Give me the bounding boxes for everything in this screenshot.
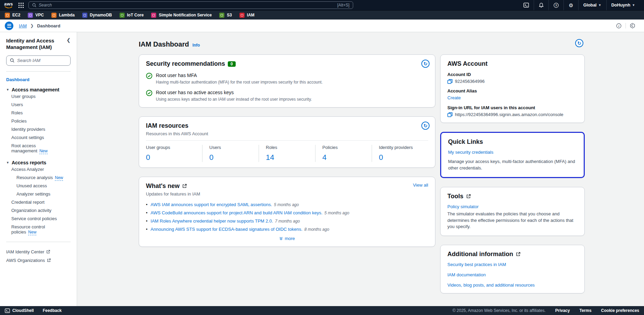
footer-feedback-button[interactable]: Feedback [43,308,62,313]
create-alias-link[interactable]: Create [447,95,461,100]
favorite-sns[interactable]: Simple Notification Service [151,13,212,18]
footer-cloudshell-button[interactable]: CloudShell [5,308,34,313]
stat-policies: Policies 4 [315,145,372,162]
stat-identity-providers-value[interactable]: 0 [379,153,428,162]
sidebar-item-root-access-management[interactable]: Root access managementNew [6,142,71,155]
sidebar-item-credential-report[interactable]: Credential report [6,198,71,206]
search-icon [10,58,14,63]
aws-account-card: AWS Account Account ID 922456364996 Acco… [440,54,585,123]
favorite-dynamodb[interactable]: DynamoDB [82,13,112,18]
settings-gear-icon[interactable]: ⚙ [564,0,578,10]
notifications-bell-icon[interactable] [534,0,548,10]
sidebar-item-account-settings[interactable]: Account settings [6,134,71,142]
favorite-lambda[interactable]: Lambda [51,13,75,18]
help-icon[interactable]: ? [548,0,564,10]
security-best-practices-link[interactable]: Security best practices in IAM [447,262,578,267]
news-link[interactable]: AWS IAM announces support for encrypted … [151,202,272,207]
cloudshell-terminal-icon [5,308,10,313]
quick-links-desc: Manage your access keys, multi-factor au… [448,159,577,172]
services-grid-icon[interactable] [18,3,24,8]
footer-terms-link[interactable]: Terms [579,308,591,313]
view-all-link[interactable]: View all [413,182,428,188]
stat-user-groups: User groups 0 [146,145,202,162]
sidebar-item-policies[interactable]: Policies [6,117,71,125]
whats-new-subtitle: Updates for features in IAM [146,191,428,197]
new-badge: New [55,175,63,181]
account-menu[interactable]: DoHuynh ▼ [606,0,640,10]
sidebar-search-placeholder: Search IAM [17,58,40,63]
aws-logo[interactable]: aws [4,2,13,9]
stat-user-groups-value[interactable]: 0 [146,153,202,162]
sidebar-item-users[interactable]: Users [6,101,71,109]
sidebar-item-user-groups[interactable]: User groups [6,92,71,101]
stat-roles-value[interactable]: 14 [266,153,315,162]
bullet-icon: • [146,202,148,207]
global-search-input[interactable]: Search [Alt+S] [28,1,353,9]
news-link[interactable]: Announcing AWS STS support for ECDSA-bas… [151,227,302,232]
footer-privacy-link[interactable]: Privacy [555,308,570,313]
favorite-ec2[interactable]: EC2 [5,13,20,18]
my-security-credentials-link[interactable]: My security credentials [448,150,493,155]
region-selector[interactable]: Global ▼ [578,0,606,10]
sidebar-item-service-control-policies[interactable]: Service control policies [6,215,71,223]
info-icon[interactable]: i [612,23,626,28]
console-footer: CloudShell Feedback © 2025, Amazon Web S… [0,306,644,315]
breadcrumb-bar: IAM ❯ Dashboard i [0,20,644,32]
chevron-down-icon: ▼ [598,3,602,7]
hamburger-menu-icon[interactable] [5,22,13,30]
favorite-iot-core[interactable]: IoT Core [120,13,144,18]
info-link[interactable]: Info [193,43,200,48]
recommendation-root-mfa: Root user has MFA Having multi-factor au… [146,73,428,85]
sidebar-item-identity-providers[interactable]: Identity providers [6,125,71,134]
more-link[interactable]: more [146,236,428,241]
top-navigation-bar: aws Search [Alt+S] ? ⚙ [0,0,644,10]
check-circle-icon [146,73,152,79]
favorite-s3[interactable]: S3 [219,13,232,18]
favorite-iam[interactable]: IAM [239,13,255,18]
security-refresh-button[interactable]: ↻ [421,60,430,68]
sidebar-item-resource-analysis[interactable]: Resource analysisNew [6,174,71,182]
whats-new-title: What's new [146,182,179,190]
side-panel-hexagon-icon[interactable] [626,23,639,28]
sidebar-item-resource-control-policies[interactable]: Resource control policiesNew [6,223,71,236]
signin-url-value: https://922456364996.signin.aws.amazon.c… [455,112,564,117]
sidebar-item-organization-activity[interactable]: Organization activity [6,206,71,215]
footer-cookie-preferences-link[interactable]: Cookie preferences [601,308,639,313]
resources-refresh-button[interactable]: ↻ [421,122,430,130]
sidebar-item-dashboard[interactable]: Dashboard [6,77,71,82]
sidebar-search-input[interactable]: Search IAM [6,55,71,66]
breadcrumb-current: Dashboard [37,23,60,28]
news-item: • Announcing AWS STS support for ECDSA-b… [146,227,428,232]
iam-documentation-link[interactable]: IAM documentation [447,272,578,277]
cloudshell-terminal-icon[interactable] [519,0,534,10]
stat-policies-value[interactable]: 4 [322,153,372,162]
sidebar-item-roles[interactable]: Roles [6,109,71,117]
news-link[interactable]: IAM Roles Anywhere credential helper now… [151,218,273,224]
sidebar-item-access-analyzer[interactable]: Access Analyzer [6,165,71,174]
svg-text:?: ? [555,3,557,7]
news-link[interactable]: AWS CodeBuild announces support for proj… [151,210,323,215]
tools-title: Tools [447,193,463,200]
page-refresh-button[interactable]: ↻ [575,39,583,47]
iam-resources-card: IAM resources ↻ Resources in this AWS Ac… [139,116,435,168]
external-link-icon [466,194,471,199]
vpc-service-icon [28,13,33,18]
copy-icon[interactable] [447,79,453,84]
sidebar-link-iam-identity-center[interactable]: IAM Identity Center [6,248,71,256]
sidebar-section-access-management[interactable]: ▼ Access management [6,87,71,92]
copy-icon[interactable] [447,112,453,117]
sidebar-item-unused-access[interactable]: Unused access [6,182,71,190]
sidebar-link-aws-organizations[interactable]: AWS Organizations [6,256,71,265]
stat-users-value[interactable]: 0 [209,153,259,162]
sidebar-item-analyzer-settings[interactable]: Analyzer settings [6,190,71,198]
breadcrumb-iam-link[interactable]: IAM [19,23,27,28]
search-shortcut: [Alt+S] [337,3,349,8]
videos-blog-posts-link[interactable]: Videos, blog posts, and additional resou… [447,282,578,288]
sidebar-section-access-reports[interactable]: ▼ Access reports [6,160,71,165]
signin-url-label: Sign-in URL for IAM users in this accoun… [447,105,578,110]
double-chevron-down-icon [279,237,283,240]
favorite-vpc[interactable]: VPC [28,13,44,18]
policy-simulator-link[interactable]: Policy simulator [447,204,479,209]
external-link-icon [516,252,520,256]
sidebar-collapse-icon[interactable]: ❮ [66,38,71,42]
